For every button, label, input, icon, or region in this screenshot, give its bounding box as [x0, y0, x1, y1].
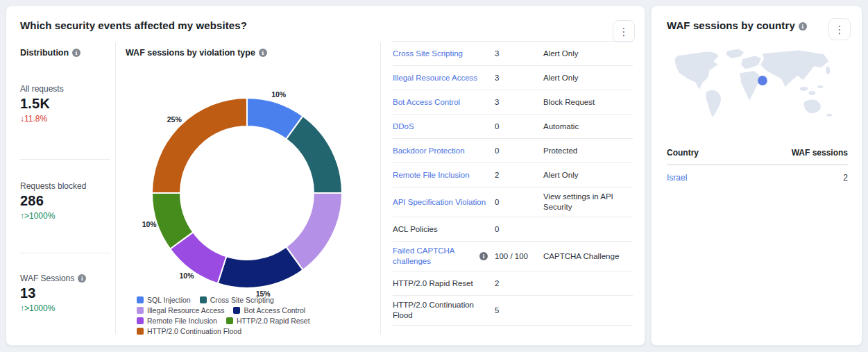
event-value: 2 [495, 278, 543, 289]
legend-swatch [137, 296, 144, 303]
legend-swatch [233, 307, 240, 314]
legend-label: HTTP/2.0 Continuation Flood [147, 326, 241, 336]
legend-swatch [137, 328, 144, 335]
event-action: CAPTCHA Challenge [543, 251, 633, 262]
card-title-label: WAF sessions by country [667, 19, 795, 31]
event-name: HTTP/2.0 Rapid Reset [393, 278, 473, 289]
donut-segment-cross-site-scripting[interactable] [286, 116, 342, 193]
event-row-api-specification-violation: API Specification Violation 0 View setti… [393, 187, 633, 217]
legend-item-http-2-0-continuation-flood: HTTP/2.0 Continuation Flood [137, 326, 241, 336]
divider [115, 42, 116, 334]
legend-label: Illegal Resource Access [147, 305, 224, 315]
world-map [668, 45, 847, 126]
info-icon[interactable]: i [72, 49, 80, 57]
map-europe [741, 56, 761, 69]
distribution-header-label: Distribution [20, 48, 69, 58]
metric-label: WAF Sessionsi [20, 274, 109, 283]
event-action: View settings in API Security [543, 192, 633, 212]
event-name-link[interactable]: Failed CAPTCHA challenges [393, 246, 474, 267]
event-name-link[interactable]: Remote File Inclusion [393, 170, 470, 181]
legend-item-http-2-0-rapid-reset: HTTP/2.0 Rapid Reset [226, 316, 310, 326]
legend-label: Remote File Inclusion [147, 316, 217, 326]
event-name-cell: ACL Policies [393, 224, 495, 235]
divider [380, 42, 381, 334]
legend-item-remote-file-inclusion: Remote File Inclusion [137, 316, 217, 326]
legend-item-illegal-resource-access: Illegal Resource Access [137, 305, 224, 315]
country-column-header: Country [667, 148, 699, 158]
legend-swatch [200, 296, 207, 303]
legend-swatch [137, 317, 144, 324]
map-greenland [726, 49, 744, 58]
legend-swatch [226, 317, 233, 324]
event-value: 2 [495, 170, 543, 181]
event-action: Alert Only [543, 73, 633, 83]
event-name-link[interactable]: DDoS [393, 121, 414, 132]
event-name-cell: Backdoor Protection [393, 146, 495, 156]
event-name-cell: DDoS [393, 121, 495, 132]
slice-label-http-2-0-continuation-flood: 25% [167, 115, 182, 124]
event-value: 0 [495, 146, 543, 156]
chart-title-label: WAF sessions by violation type [126, 48, 255, 58]
event-action: Automatic [543, 121, 633, 132]
event-row-bot-access-control: Bot Access Control 3 Block Request [393, 90, 633, 115]
info-icon[interactable]: i [259, 49, 267, 57]
event-row-http-2-0-rapid-reset: HTTP/2.0 Rapid Reset 2 [393, 271, 633, 296]
country-table: Country WAF sessions Israel 2 [667, 142, 848, 190]
metric-label: All requests [20, 84, 109, 94]
country-sessions-value: 2 [843, 173, 848, 183]
metric-delta: ↓11.8% [20, 114, 109, 124]
event-value: 3 [495, 73, 543, 83]
metric-all-requests: All requests 1.5K ↓11.8% [20, 84, 109, 124]
country-row-israel: Israel 2 [667, 165, 848, 190]
map-north-america [675, 51, 719, 90]
kebab-menu-button[interactable]: ⋮ [613, 20, 635, 42]
country-link[interactable]: Israel [667, 173, 687, 183]
donut-segment-http-2-0-continuation-flood[interactable] [152, 98, 247, 193]
event-row-illegal-resource-access: Illegal Resource Access 3 Alert Only [393, 66, 633, 90]
event-name-cell: Cross Site Scripting [393, 49, 495, 59]
event-value: 3 [495, 97, 543, 108]
event-row-failed-captcha-challenges: Failed CAPTCHA challenges i 100 / 100 CA… [393, 242, 633, 271]
event-name-link[interactable]: Illegal Resource Access [393, 73, 477, 83]
metric-delta: ↑>1000% [20, 211, 109, 221]
event-value: 0 [495, 197, 543, 208]
security-events-table: Cross Site Scripting 3 Alert Only Illega… [393, 41, 633, 326]
event-name-cell: Bot Access Control [393, 97, 495, 108]
event-row-http-2-0-continuation-flood: HTTP/2.0 Continuation Flood 5 [393, 296, 633, 326]
event-action: Alert Only [543, 170, 633, 181]
chart-legend: SQL InjectionCross Site ScriptingIllegal… [137, 295, 380, 337]
country-table-header: Country WAF sessions [667, 142, 848, 165]
kebab-menu-button[interactable]: ⋮ [828, 18, 851, 40]
card-title: WAF sessions by countryi [667, 19, 807, 31]
distribution-header: Distributioni [20, 48, 80, 58]
map-asia [760, 50, 828, 87]
event-value: 5 [495, 305, 543, 316]
event-name-link[interactable]: Backdoor Protection [393, 146, 465, 156]
event-name-cell: HTTP/2.0 Continuation Flood [393, 300, 495, 321]
info-icon[interactable]: i [479, 252, 488, 260]
map-marker-israel[interactable] [758, 76, 767, 85]
event-action: Protected [543, 146, 633, 156]
slice-label-remote-file-inclusion: 10% [179, 271, 194, 280]
event-name-cell: Remote File Inclusion [393, 170, 495, 181]
event-row-acl-policies: ACL Policies 0 [393, 217, 633, 242]
event-name-link[interactable]: Cross Site Scripting [393, 49, 463, 59]
map-australia [803, 99, 820, 113]
legend-swatch [137, 307, 144, 314]
legend-label: HTTP/2.0 Rapid Reset [237, 316, 310, 326]
event-name-cell: API Specification Violation [393, 197, 495, 208]
metric-waf-sessions: WAF Sessionsi 13 ↑>1000% [20, 274, 109, 313]
metric-value: 13 [20, 285, 109, 301]
event-name-link[interactable]: API Specification Violation [393, 197, 486, 208]
metric-value: 286 [20, 193, 109, 209]
info-icon[interactable]: i [78, 274, 86, 283]
metric-requests-blocked: Requests blocked 286 ↑>1000% [20, 181, 109, 221]
event-name-cell: Failed CAPTCHA challenges i [393, 246, 495, 267]
map-africa [740, 71, 760, 101]
chart-title: WAF sessions by violation typei [126, 48, 267, 58]
donut-segment-bot-access-control[interactable] [218, 247, 303, 288]
info-icon[interactable]: i [799, 22, 807, 31]
event-value: 3 [495, 49, 543, 59]
event-name-link[interactable]: Bot Access Control [393, 97, 460, 108]
divider [20, 159, 110, 160]
